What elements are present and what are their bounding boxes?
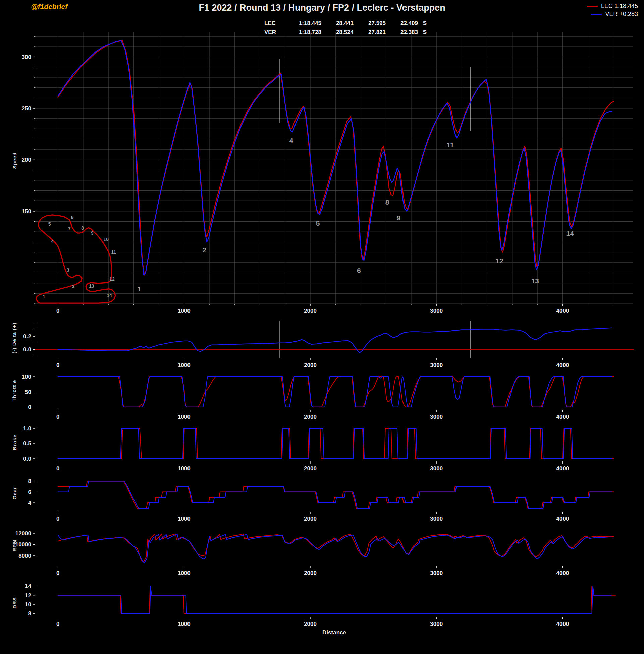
svg-text:8: 8 (28, 478, 31, 484)
svg-text:2000: 2000 (304, 621, 317, 627)
rpm-plot: 0100020003000400080001000012000 (0, 524, 644, 579)
track-map-inset: 1234567891011121314 (33, 211, 117, 307)
driver-cell: VER (264, 29, 284, 35)
rpm-chart: 0100020003000400080001000012000 RPM (0, 524, 644, 579)
brake-plot: 010002000300040000.00.51.0 (0, 422, 644, 474)
tyre-cell: S (418, 29, 427, 35)
drs-chart: 010002000300040008101214Distance DRS (0, 579, 644, 639)
svg-text:2000: 2000 (304, 465, 317, 471)
svg-text:0: 0 (56, 465, 60, 471)
throttle-chart: 01000200030004000050100 Throttle (0, 371, 644, 422)
tyre-cell: S (418, 20, 427, 27)
svg-text:2000: 2000 (304, 515, 317, 522)
svg-text:0: 0 (56, 621, 60, 627)
svg-text:1000: 1000 (178, 570, 190, 576)
svg-text:2000: 2000 (304, 362, 317, 368)
svg-text:0: 0 (56, 414, 60, 420)
svg-text:1000: 1000 (178, 515, 190, 522)
svg-text:1000: 1000 (178, 621, 190, 627)
brake-chart: 010002000300040000.00.51.0 Brake (0, 422, 644, 474)
svg-text:1.0: 1.0 (23, 426, 31, 432)
svg-text:9: 9 (396, 214, 400, 222)
lec-line-swatch (587, 6, 598, 7)
svg-text:12: 12 (496, 257, 503, 265)
svg-text:0: 0 (28, 404, 31, 410)
svg-text:0: 0 (56, 570, 60, 576)
svg-text:150: 150 (22, 208, 31, 215)
svg-text:12000: 12000 (16, 530, 31, 537)
svg-text:1000: 1000 (178, 362, 190, 368)
laptime-cell: 1:18.728 (284, 29, 321, 35)
svg-text:50: 50 (25, 389, 31, 395)
svg-text:1000: 1000 (178, 465, 190, 471)
page-title: F1 2022 / Round 13 / Hungary / FP2 / Lec… (0, 3, 644, 13)
svg-text:13: 13 (531, 277, 539, 285)
svg-text:3000: 3000 (430, 308, 443, 314)
svg-text:3000: 3000 (430, 362, 443, 368)
svg-text:300: 300 (22, 54, 31, 60)
svg-text:100: 100 (22, 374, 31, 380)
svg-text:10: 10 (104, 237, 109, 242)
svg-text:3000: 3000 (430, 621, 443, 627)
svg-text:5: 5 (48, 222, 51, 226)
svg-text:4000: 4000 (556, 362, 569, 368)
svg-text:10000: 10000 (16, 541, 31, 548)
svg-text:4000: 4000 (556, 465, 569, 471)
svg-text:2: 2 (72, 284, 75, 289)
svg-text:6: 6 (28, 489, 31, 495)
svg-text:8: 8 (81, 225, 84, 231)
laptime-cell: 1:18.445 (284, 20, 321, 27)
svg-text:14: 14 (25, 583, 31, 589)
svg-text:3: 3 (67, 267, 69, 272)
svg-text:0: 0 (56, 362, 60, 368)
svg-text:250: 250 (22, 105, 31, 112)
s2-cell: 27.595 (353, 20, 386, 27)
throttle-plot: 01000200030004000050100 (0, 371, 644, 422)
svg-text:14: 14 (107, 293, 112, 298)
svg-text:13: 13 (89, 284, 94, 289)
svg-text:2000: 2000 (304, 308, 317, 314)
svg-text:1: 1 (43, 294, 45, 299)
svg-text:0: 0 (56, 515, 60, 522)
svg-text:0.0: 0.0 (23, 346, 31, 353)
driver-cell: LEC (264, 20, 284, 27)
svg-text:11: 11 (446, 141, 454, 149)
svg-text:4000: 4000 (556, 621, 569, 627)
legend-item-lec: LEC 1:18.445 (587, 2, 638, 10)
svg-text:1: 1 (137, 285, 141, 293)
svg-text:10: 10 (25, 601, 31, 608)
legend-label-lec: LEC 1:18.445 (601, 3, 638, 10)
svg-text:1000: 1000 (178, 308, 190, 314)
svg-text:8: 8 (28, 610, 31, 617)
s3-cell: 22.383 (386, 29, 418, 35)
svg-text:4000: 4000 (556, 308, 569, 314)
svg-text:4000: 4000 (556, 570, 569, 576)
svg-text:4: 4 (290, 137, 294, 144)
svg-text:Distance: Distance (322, 629, 346, 635)
s2-cell: 27.821 (353, 29, 386, 35)
s3-cell: 22.409 (386, 20, 418, 27)
svg-text:11: 11 (111, 250, 116, 255)
svg-text:0: 0 (56, 308, 60, 314)
svg-text:6: 6 (71, 215, 74, 220)
svg-text:9: 9 (91, 231, 94, 236)
delta-chart: 010002000300040000.00.2 (-) Delta (+) (0, 317, 644, 371)
svg-text:4000: 4000 (556, 515, 569, 522)
drs-plot: 010002000300040008101214Distance (0, 579, 644, 639)
svg-text:2000: 2000 (304, 570, 317, 576)
gear-plot: 01000200030004000468 (0, 474, 644, 524)
svg-text:3000: 3000 (430, 570, 443, 576)
svg-text:3000: 3000 (430, 414, 443, 420)
svg-text:12: 12 (25, 592, 31, 599)
speed-chart: 0100020003000400015020025030012456891112… (0, 16, 644, 317)
header: @f1debrief F1 2022 / Round 13 / Hungary … (0, 0, 644, 16)
svg-text:8000: 8000 (19, 553, 31, 559)
svg-text:0.0: 0.0 (23, 456, 31, 462)
s1-cell: 28.441 (321, 20, 353, 27)
svg-text:7: 7 (68, 226, 71, 231)
sector-times-table: LEC 1:18.445 28.441 27.595 22.409 S VER … (264, 20, 427, 35)
ver-line-swatch (591, 14, 602, 15)
svg-text:0.2: 0.2 (23, 333, 31, 340)
gear-chart: 01000200030004000468 Gear (0, 474, 644, 524)
svg-text:3000: 3000 (430, 515, 443, 522)
